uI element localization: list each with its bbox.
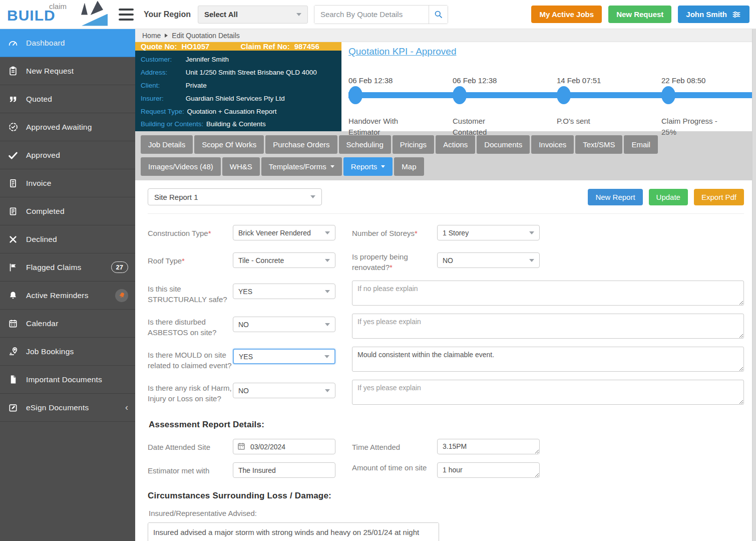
new-report-button[interactable]: New Report [588, 189, 642, 205]
user-name: John Smith [686, 10, 727, 19]
sidebar-item-approved-awaiting[interactable]: Approved Awaiting [0, 113, 135, 141]
sidebar-item-label: Job Bookings [26, 347, 74, 356]
tab-map[interactable]: Map [394, 157, 424, 176]
report-select[interactable]: Site Report 1 [148, 188, 322, 205]
my-active-jobs-button[interactable]: My Active Jobs [531, 6, 602, 23]
vertical-scrollbar[interactable] [752, 29, 756, 541]
construction-type-select[interactable]: Brick Veneer Rendered [233, 225, 335, 240]
tab-scope-of-works[interactable]: Scope Of Works [194, 135, 264, 154]
tab-images-videos[interactable]: Images/Videos (48) [141, 157, 221, 176]
sidebar-item-label: Approved Awaiting [26, 123, 92, 132]
calendar-icon [8, 319, 18, 329]
sidebar-item-dashboard[interactable]: Dashboard [0, 29, 135, 57]
time-attended-label: Time Attended [352, 439, 437, 452]
milestone-dot [661, 86, 675, 104]
approved-awaiting-icon [8, 122, 19, 132]
renovated-select[interactable]: NO [437, 252, 540, 268]
time-on-site-label: Amount of time on site [352, 462, 437, 473]
export-pdf-button[interactable]: Export Pdf [694, 189, 744, 205]
user-menu-button[interactable]: John Smith [678, 6, 749, 23]
advised-textarea[interactable]: Insured advised a major storm with stron… [148, 522, 439, 541]
chevron-down-icon [529, 259, 534, 262]
tab-whs[interactable]: WH&S [222, 157, 260, 176]
number-of-storeys-select[interactable]: 1 Storey [437, 225, 540, 240]
tab-job-details[interactable]: Job Details [141, 135, 193, 154]
quote-field-label: Building or Contents: [141, 120, 203, 129]
sidebar-item-new-request[interactable]: New Request [0, 57, 135, 85]
quote-field-label: Client: [141, 82, 183, 90]
timeline-milestone: 06 Feb 12:38 Handover With Estimator [348, 57, 414, 138]
tab-pricings[interactable]: Pricings [393, 135, 434, 154]
tab-actions[interactable]: Actions [436, 135, 475, 154]
sidebar-item-flagged-claims[interactable]: Flagged Claims 27 [0, 253, 135, 282]
chevron-left-icon[interactable]: ‹ [125, 402, 128, 413]
search-input[interactable] [314, 6, 429, 24]
tab-templates-forms[interactable]: Templates/Forms [261, 157, 342, 176]
time-on-site-textarea[interactable]: 1 hour [437, 462, 540, 478]
timeline-milestone: 22 Feb 08:50 Claim Progress - 25% [661, 57, 726, 138]
sidebar-item-invoice[interactable]: Invoice [0, 169, 135, 197]
construction-type-label: Construction Type* [148, 225, 233, 238]
sidebar-item-job-bookings[interactable]: Job Bookings [0, 338, 135, 366]
tab-purchase-orders[interactable]: Purchase Orders [265, 135, 337, 154]
sidebar-item-declined[interactable]: Declined [0, 225, 135, 253]
breadcrumb-current: Edit Quotation Details [172, 32, 239, 40]
sidebar-item-quoted[interactable]: Quoted [0, 85, 135, 113]
required-mark: * [182, 256, 185, 265]
kpi-timeline: 06 Feb 12:38 Handover With Estimator 06 … [348, 57, 756, 127]
tabs-area: Job Details Scope Of Works Purchase Orde… [135, 131, 756, 180]
completed-icon [8, 206, 18, 216]
breadcrumb: Home Edit Quotation Details [135, 29, 756, 42]
search-button[interactable] [429, 6, 448, 24]
assessment-section: Assessment Report Details: Date Attended… [148, 413, 744, 478]
sidebar-item-label: Declined [26, 235, 57, 244]
tab-text-sms[interactable]: Text/SMS [575, 135, 622, 154]
asbestos-select[interactable]: NO [233, 317, 335, 332]
structurally-safe-explain-textarea[interactable] [352, 281, 744, 306]
sidebar-item-label: New Request [26, 67, 74, 76]
time-attended-textarea[interactable]: 3.15PM [437, 439, 540, 454]
tab-scheduling[interactable]: Scheduling [339, 135, 391, 154]
new-request-button[interactable]: New Request [608, 6, 671, 23]
required-mark: * [390, 263, 393, 272]
milestone-label: Customer Contacted [453, 116, 509, 138]
sidebar-item-calendar[interactable]: Calendar [0, 310, 135, 338]
claim-ref-value: 987456 [294, 42, 319, 51]
quote-field-value: Building & Contents [206, 120, 266, 128]
milestone-label: Handover With Estimator [348, 116, 405, 138]
assessment-heading: Assessment Report Details: [149, 420, 744, 430]
roof-type-select[interactable]: Tile - Concrete [233, 252, 335, 268]
structurally-safe-select[interactable]: YES [233, 284, 335, 299]
estimator-met-input[interactable] [233, 462, 335, 478]
tab-documents[interactable]: Documents [477, 135, 530, 154]
tab-reports[interactable]: Reports [343, 157, 393, 176]
approved-icon [8, 150, 19, 161]
sidebar-item-esign-documents[interactable]: eSign Documents ‹ [0, 394, 135, 422]
esign-documents-icon [8, 403, 18, 413]
sidebar-item-label: Approved [26, 151, 60, 160]
quote-search [314, 5, 448, 24]
hamburger-menu-icon[interactable] [119, 9, 134, 21]
update-button[interactable]: Update [649, 189, 688, 205]
risk-explain-textarea[interactable] [352, 380, 744, 405]
sidebar-item-completed[interactable]: Completed [0, 197, 135, 225]
sidebar-item-approved[interactable]: Approved [0, 141, 135, 169]
tab-email[interactable]: Email [624, 135, 658, 154]
asbestos-explain-textarea[interactable] [352, 314, 744, 339]
kpi-title-link[interactable]: Quotation KPI - Approved [348, 46, 456, 57]
milestone-dot [453, 86, 467, 104]
breadcrumb-home[interactable]: Home [142, 32, 161, 40]
region-select[interactable]: Select All [198, 6, 308, 24]
mould-select[interactable]: YES [233, 349, 335, 364]
sidebar-item-important-documents[interactable]: Important Documents [0, 366, 135, 394]
sidebar-item-active-reminders[interactable]: Active Reminders [0, 282, 135, 310]
mould-explain-textarea[interactable]: Mould consistent within the claimable ev… [352, 347, 744, 372]
date-attended-input[interactable] [233, 439, 335, 454]
quoted-icon [8, 94, 18, 104]
sliders-icon [731, 10, 741, 19]
required-mark: * [415, 229, 418, 237]
renovated-label: Is property being renovated?* [352, 248, 437, 273]
tab-invoices[interactable]: Invoices [531, 135, 574, 154]
risk-select[interactable]: NO [233, 383, 335, 398]
milestone-label: P.O's sent [557, 116, 613, 127]
